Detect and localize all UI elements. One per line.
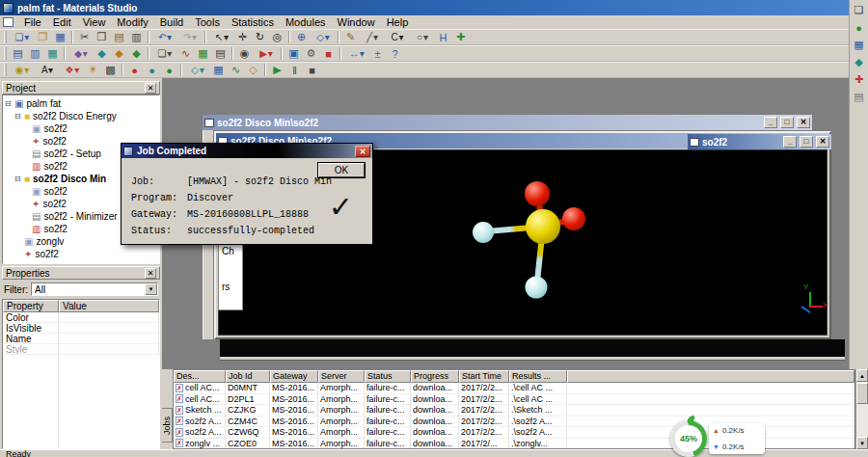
menu-build[interactable]: Build	[154, 15, 189, 29]
column-progress[interactable]: Progress	[411, 370, 459, 383]
new-3d-window-icon[interactable]: ❏ ▾	[152, 46, 176, 61]
usage-ring[interactable]: 45%	[670, 420, 707, 457]
menu-edit[interactable]: Edit	[47, 15, 77, 29]
stop-icon[interactable]: ■	[304, 63, 320, 77]
restore-icon[interactable]: □	[780, 117, 794, 128]
job-row[interactable]: ✗cell AC... D0MNT MS-2016... Amorph... f…	[174, 383, 854, 394]
job-row[interactable]: ✗cell AC... D2PL1 MS-2016... Amorph... f…	[174, 394, 854, 406]
supercell-icon[interactable]: ▦	[210, 63, 227, 77]
undo-icon[interactable]: ↶ ▾	[152, 30, 176, 44]
minimize-icon[interactable]: _	[783, 136, 797, 148]
menu-help[interactable]: Help	[381, 15, 415, 29]
column-start-time[interactable]: Start Time	[459, 370, 509, 383]
modules-menu-icon[interactable]: ◆ ▾	[68, 46, 93, 61]
menu-file[interactable]: File	[18, 15, 47, 29]
atom-teal-icon[interactable]: ●	[144, 63, 160, 77]
column-description[interactable]: Des...	[174, 370, 226, 383]
sulfur-atom[interactable]	[526, 209, 560, 244]
scrollbar-thumb[interactable]	[856, 383, 868, 404]
new-table-icon[interactable]: ▦	[195, 46, 211, 61]
jobs-tab[interactable]: Jobs	[162, 408, 173, 443]
fluorine-atom-bottom[interactable]	[526, 277, 548, 299]
property-value[interactable]	[59, 344, 159, 355]
project-panel-header[interactable]: Project ✕	[2, 81, 160, 94]
lighting-icon[interactable]: ☀	[85, 63, 101, 77]
open-icon[interactable]: ❐	[35, 30, 51, 44]
window-titlebar[interactable]: palm fat - Materials Studio	[0, 0, 868, 15]
property-row[interactable]: Color	[3, 312, 159, 323]
layers-icon[interactable]: ▦	[851, 38, 867, 52]
dialog-close-icon[interactable]: ✕	[355, 146, 370, 157]
menu-view[interactable]: View	[77, 15, 112, 29]
color-atoms-icon[interactable]: ❖ ▾	[60, 63, 84, 77]
label-atoms-icon[interactable]: A ▾	[35, 63, 59, 77]
tree-expander-icon[interactable]: ⊟	[14, 175, 24, 183]
server-console-icon[interactable]: ▣	[285, 46, 302, 61]
column-job-id[interactable]: Job Id	[226, 370, 270, 383]
chevron-down-icon[interactable]: ▼	[145, 283, 157, 295]
new-document-icon[interactable]: ❏ ▾	[10, 30, 34, 44]
sketch-ring-icon[interactable]: ○ ▾	[410, 30, 434, 44]
scroll-down-icon[interactable]: ▼	[856, 437, 868, 449]
property-value[interactable]	[59, 312, 159, 323]
adjust-hydrogen-icon[interactable]: H	[435, 30, 451, 44]
recenter-view-icon[interactable]: ⊕	[293, 30, 310, 44]
crystal-builder-icon[interactable]: ◇	[245, 63, 261, 77]
menu-modules[interactable]: Modules	[280, 15, 332, 29]
dialog-titlebar[interactable]: Job Completed ✕	[122, 144, 372, 158]
properties-close-icon[interactable]: ✕	[145, 268, 156, 279]
sketch-bond-icon[interactable]: ╱ ▾	[360, 30, 384, 44]
column-property[interactable]: Property	[3, 300, 59, 312]
fragment-green-icon[interactable]: ●	[851, 20, 867, 35]
help-icon[interactable]: ?	[387, 46, 403, 61]
column-server[interactable]: Server	[318, 370, 365, 383]
property-row[interactable]: Style	[3, 344, 159, 355]
tree-item-so2f2-root[interactable]: ✦ so2f2	[3, 248, 159, 260]
paste-icon[interactable]: ▤	[111, 30, 127, 44]
property-value[interactable]	[59, 323, 159, 334]
charges-icon[interactable]: ±	[369, 46, 386, 61]
tree-expander-icon[interactable]: ⊟	[5, 99, 14, 108]
menu-window[interactable]: Window	[332, 15, 381, 29]
column-status[interactable]: Status	[365, 370, 411, 383]
close-icon[interactable]: ✕	[816, 136, 829, 148]
property-value[interactable]	[59, 334, 159, 344]
column-gateway[interactable]: Gateway	[270, 370, 318, 383]
red-cross-tool-icon[interactable]: ✚	[851, 72, 867, 87]
print-icon[interactable]: ▥	[128, 30, 145, 44]
discover-module-icon[interactable]: ◆	[94, 46, 110, 61]
project-close-icon[interactable]: ✕	[145, 83, 156, 94]
column-results[interactable]: Results ...	[509, 370, 567, 383]
properties-panel-header[interactable]: Properties ✕	[2, 266, 160, 280]
atom-red-icon[interactable]: ●	[126, 63, 143, 77]
property-row[interactable]: Name	[3, 334, 159, 344]
amorphous-cell-icon[interactable]: ◆	[111, 46, 127, 61]
jobs-scrollbar[interactable]: ▲ ▼	[855, 369, 868, 449]
teal-tool-icon[interactable]: ◆	[851, 55, 867, 69]
pause-icon[interactable]: ‖	[286, 63, 303, 77]
scroll-up-icon[interactable]: ▲	[856, 369, 868, 382]
new-chart-icon[interactable]: ∿	[177, 46, 194, 61]
stop-job-icon[interactable]: ■	[320, 46, 337, 61]
element-selector-icon[interactable]: C ▾	[385, 30, 409, 44]
new-script-icon[interactable]: ▤	[212, 46, 229, 61]
child-system-icon[interactable]	[3, 17, 14, 27]
ok-button[interactable]: OK	[318, 163, 365, 177]
view-orientation-icon[interactable]: ◇ ▾	[311, 30, 335, 44]
copy-icon[interactable]: ❒	[94, 30, 110, 44]
properties-explorer-icon[interactable]: ▥	[27, 46, 43, 61]
play-icon[interactable]: ▶	[269, 63, 285, 77]
property-row[interactable]: IsVisible	[3, 323, 159, 334]
tree-expander-icon[interactable]: ⊟	[14, 112, 24, 121]
explorer-toggle-icon[interactable]: ❏	[851, 3, 867, 17]
measure-change-icon[interactable]: ↔ ▾	[344, 46, 368, 61]
fluorine-atom-left[interactable]	[473, 222, 494, 243]
cut-icon[interactable]: ✂	[76, 30, 93, 44]
save-icon[interactable]: ▦	[52, 30, 68, 44]
symmetry-icon[interactable]: ◇ ▾	[185, 63, 209, 77]
tree-item-so2f2-structure[interactable]: ▣ so2f2	[3, 122, 159, 135]
filter-combobox[interactable]: All ▼	[31, 282, 158, 296]
redo-icon[interactable]: ↷ ▾	[177, 30, 202, 44]
menu-modify[interactable]: Modify	[111, 15, 153, 29]
atom-green-icon[interactable]: ●	[161, 63, 177, 77]
